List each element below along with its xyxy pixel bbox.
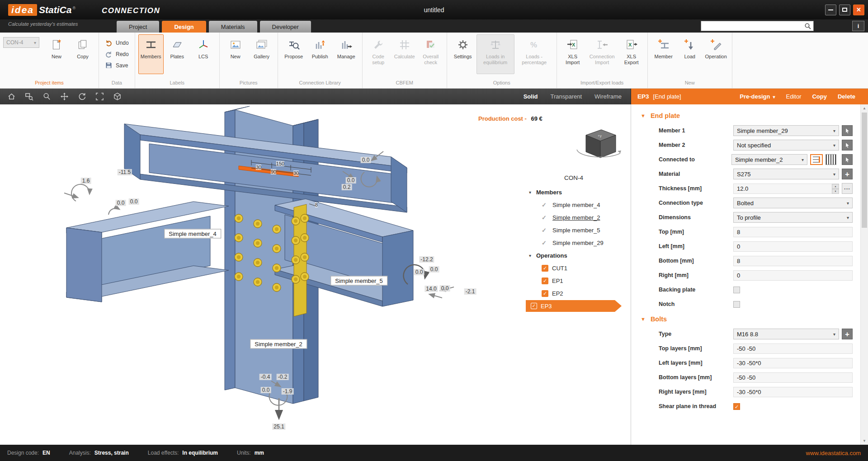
overall-check-button[interactable]: Overall check	[418, 34, 443, 74]
thickness-more-button[interactable]	[842, 183, 853, 194]
connected-to-select[interactable]: Simple member_2	[731, 154, 807, 165]
connected-to-pick-button[interactable]	[842, 154, 853, 165]
tab-design[interactable]: Design	[162, 21, 206, 33]
save-button[interactable]: Save	[102, 60, 132, 71]
connection-item-combo[interactable]: CON-4	[3, 37, 39, 48]
scrollbar-thumb[interactable]	[862, 113, 867, 228]
solid-box-icon[interactable]	[113, 92, 122, 101]
zoom-fit-icon[interactable]	[95, 92, 104, 101]
loads-percentage-toggle[interactable]: % Loads - percentage	[515, 34, 553, 74]
tree-item-simple-member-5[interactable]: Simple member_5	[519, 224, 628, 236]
publish-button[interactable]: Publish	[307, 34, 333, 74]
left-layers-input[interactable]: -30 -50*0	[733, 358, 853, 368]
section-bolts[interactable]: Bolts	[632, 311, 868, 327]
tree-item-simple-member-4[interactable]: Simple member_4	[519, 198, 628, 211]
top-input[interactable]: 8	[733, 227, 853, 237]
collapse-icon[interactable]	[529, 190, 536, 195]
search-icon[interactable]	[804, 23, 811, 30]
new-picture-button[interactable]: New	[223, 34, 248, 74]
copy-project-item-button[interactable]: Copy	[70, 34, 95, 74]
scroll-up-icon[interactable]	[861, 104, 868, 112]
thickness-input[interactable]: 12.0	[733, 183, 839, 194]
editor-button[interactable]: Editor	[786, 93, 802, 100]
tree-item-simple-member-2[interactable]: Simple member_2	[519, 211, 628, 224]
operation-checkbox[interactable]	[542, 278, 548, 284]
plates-labels-toggle[interactable]: Plates	[165, 34, 190, 74]
tab-developer[interactable]: Developer	[260, 21, 311, 33]
right-layers-input[interactable]: -30 -50*0	[733, 387, 853, 397]
tree-item-ep1[interactable]: EP1	[519, 274, 628, 287]
xls-export-button[interactable]: X XLS Export	[619, 34, 644, 74]
add-material-button[interactable]	[842, 169, 853, 179]
new-project-item-button[interactable]: New	[44, 34, 69, 74]
tree-item-cut1[interactable]: CUT1	[519, 262, 628, 274]
properties-scrollbar[interactable]	[860, 104, 868, 445]
info-button[interactable]	[852, 21, 864, 31]
undo-button[interactable]: Undo	[102, 37, 132, 48]
home-view-icon[interactable]	[7, 92, 16, 101]
manage-button[interactable]: Manage	[334, 34, 359, 74]
members-labels-toggle[interactable]: Members	[138, 34, 164, 74]
notch-checkbox[interactable]	[733, 301, 740, 308]
material-select[interactable]: S275	[733, 169, 839, 179]
tab-materials[interactable]: Materials	[209, 21, 257, 33]
pan-icon[interactable]	[60, 92, 69, 101]
connection-import-button[interactable]: Connection Import	[586, 34, 618, 74]
tree-item-ep3-selected[interactable]: EP3	[519, 300, 628, 312]
operation-checkbox[interactable]	[542, 265, 548, 272]
code-setup-button[interactable]: Code setup	[366, 34, 391, 74]
calculate-button[interactable]: Calculate	[392, 34, 417, 74]
shear-plane-checkbox[interactable]	[733, 403, 740, 410]
member2-select[interactable]: Not specified	[733, 140, 839, 151]
section-end-plate[interactable]: End plate	[632, 108, 868, 123]
minimize-button[interactable]	[825, 5, 836, 15]
tree-item-ep2[interactable]: EP2	[519, 287, 628, 300]
propose-button[interactable]: Propose	[281, 34, 307, 74]
render-mode-wireframe[interactable]: Wireframe	[594, 93, 622, 100]
gallery-button[interactable]: Gallery	[249, 34, 274, 74]
viewport-3d[interactable]: Production cost - 69 € +y Simple member_…	[0, 104, 631, 445]
website-link[interactable]: www.ideastatica.com	[806, 450, 861, 456]
member1-pick-button[interactable]	[842, 125, 853, 136]
member2-pick-button[interactable]	[842, 140, 853, 151]
new-member-button[interactable]: Member	[651, 34, 676, 74]
maximize-button[interactable]	[839, 5, 850, 15]
copy-operation-button[interactable]: Copy	[812, 93, 827, 100]
lcs-labels-toggle[interactable]: LCS	[191, 34, 216, 74]
section-collapse-icon[interactable]	[641, 316, 646, 322]
collapse-icon[interactable]	[529, 253, 536, 258]
settings-button[interactable]: Settings	[450, 34, 476, 74]
plate-side-button[interactable]	[826, 154, 836, 165]
tree-node-operations[interactable]: Operations	[519, 249, 628, 262]
tree-node-members[interactable]: Members	[519, 186, 628, 198]
navigation-cube[interactable]: +y	[569, 122, 628, 168]
bottom-layers-input[interactable]: -50 -50	[733, 372, 853, 383]
render-mode-solid[interactable]: Solid	[524, 93, 538, 100]
xls-import-button[interactable]: X XLS Import	[560, 34, 585, 74]
rotate-view-icon[interactable]	[78, 92, 86, 101]
render-mode-transparent[interactable]: Transparent	[550, 93, 582, 100]
redo-button[interactable]: Redo	[102, 48, 132, 60]
plate-orientation-button[interactable]	[810, 154, 823, 165]
zoom-icon[interactable]	[42, 92, 51, 101]
dimensions-select[interactable]: To profile	[733, 212, 853, 223]
bottom-input[interactable]: 8	[733, 256, 853, 266]
bolt-type-select[interactable]: M16 8.8	[733, 329, 839, 339]
tab-project[interactable]: Project	[117, 21, 159, 33]
connection-type-select[interactable]: Bolted	[733, 198, 853, 208]
delete-operation-button[interactable]: Delete	[838, 93, 855, 100]
scroll-down-icon[interactable]	[861, 437, 868, 445]
right-input[interactable]: 0	[733, 270, 853, 281]
predesign-dropdown[interactable]: Pre-design	[740, 93, 775, 100]
operation-checkbox[interactable]	[531, 303, 537, 309]
add-bolt-assembly-button[interactable]	[842, 329, 853, 339]
search-input[interactable]	[701, 21, 804, 31]
member1-select[interactable]: Simple member_29	[733, 125, 839, 136]
thickness-stepper[interactable]	[832, 184, 839, 193]
top-layers-input[interactable]: -50 -50	[733, 343, 853, 354]
zoom-window-icon[interactable]	[25, 92, 33, 101]
tree-item-simple-member-29[interactable]: Simple member_29	[519, 236, 628, 249]
new-load-button[interactable]: Load	[677, 34, 703, 74]
left-input[interactable]: 0	[733, 241, 853, 252]
backing-plate-checkbox[interactable]	[733, 287, 740, 293]
